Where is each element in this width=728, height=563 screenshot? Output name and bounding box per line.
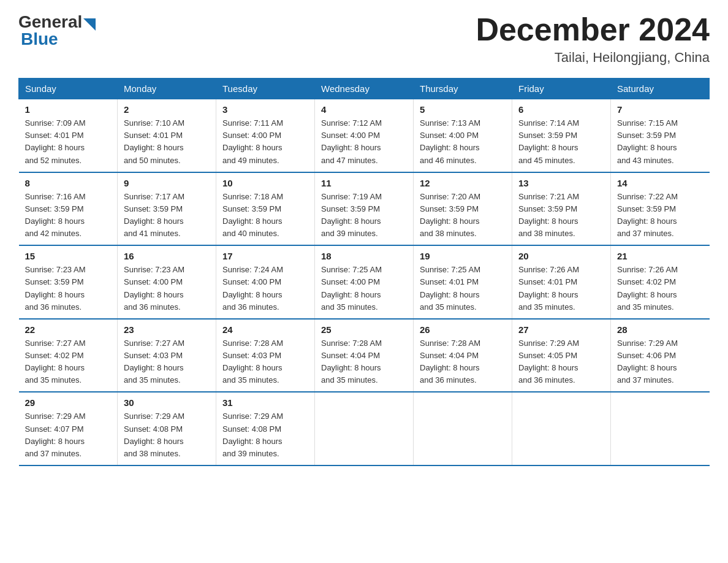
header-monday: Monday [118,79,216,99]
svg-marker-0 [83,18,96,31]
header-wednesday: Wednesday [315,79,414,99]
day-info: Sunrise: 7:27 AMSunset: 4:02 PMDaylight:… [25,339,86,385]
calendar-title-block: December 2024 Tailai, Heilongjiang, Chin… [476,12,710,66]
day-number: 12 [420,178,506,188]
header-saturday: Saturday [611,79,710,99]
day-number: 29 [25,397,112,408]
calendar-cell: 9 Sunrise: 7:17 AMSunset: 3:59 PMDayligh… [118,172,216,246]
calendar-week-row: 1 Sunrise: 7:09 AMSunset: 4:01 PMDayligh… [19,99,710,172]
calendar-cell: 16 Sunrise: 7:23 AMSunset: 4:00 PMDaylig… [118,245,216,319]
day-info: Sunrise: 7:12 AMSunset: 4:00 PMDaylight:… [321,118,382,164]
day-number: 2 [124,104,210,115]
calendar-cell: 30 Sunrise: 7:29 AMSunset: 4:08 PMDaylig… [118,392,216,465]
day-info: Sunrise: 7:10 AMSunset: 4:01 PMDaylight:… [124,118,184,164]
day-info: Sunrise: 7:16 AMSunset: 3:59 PMDaylight:… [25,192,86,238]
day-number: 28 [617,324,703,335]
logo: General Blue [18,12,96,49]
calendar-cell [315,392,414,465]
day-info: Sunrise: 7:29 AMSunset: 4:05 PMDaylight:… [518,339,579,385]
day-info: Sunrise: 7:21 AMSunset: 3:59 PMDaylight:… [518,192,579,238]
day-info: Sunrise: 7:28 AMSunset: 4:04 PMDaylight:… [420,339,480,385]
day-number: 3 [222,104,308,115]
calendar-cell: 7 Sunrise: 7:15 AMSunset: 3:59 PMDayligh… [611,99,710,172]
logo-blue-text: Blue [21,29,58,49]
day-info: Sunrise: 7:11 AMSunset: 4:00 PMDaylight:… [222,118,283,164]
day-info: Sunrise: 7:22 AMSunset: 3:59 PMDaylight:… [617,192,678,238]
calendar-table: Sunday Monday Tuesday Wednesday Thursday… [18,78,710,466]
calendar-cell: 4 Sunrise: 7:12 AMSunset: 4:00 PMDayligh… [315,99,414,172]
calendar-cell: 10 Sunrise: 7:18 AMSunset: 3:59 PMDaylig… [216,172,315,246]
calendar-cell: 17 Sunrise: 7:24 AMSunset: 4:00 PMDaylig… [216,245,315,319]
location-subtitle: Tailai, Heilongjiang, China [476,50,710,66]
calendar-cell: 2 Sunrise: 7:10 AMSunset: 4:01 PMDayligh… [118,99,216,172]
day-info: Sunrise: 7:24 AMSunset: 4:00 PMDaylight:… [222,265,283,311]
day-number: 17 [222,251,308,261]
calendar-week-row: 22 Sunrise: 7:27 AMSunset: 4:02 PMDaylig… [19,319,710,393]
day-info: Sunrise: 7:23 AMSunset: 3:59 PMDaylight:… [25,265,86,311]
day-number: 5 [420,104,506,115]
calendar-cell: 20 Sunrise: 7:26 AMSunset: 4:01 PMDaylig… [512,245,611,319]
logo-arrow-icon [83,18,96,31]
day-number: 9 [124,178,210,188]
day-info: Sunrise: 7:27 AMSunset: 4:03 PMDaylight:… [124,339,184,385]
day-info: Sunrise: 7:25 AMSunset: 4:01 PMDaylight:… [420,265,480,311]
calendar-cell [512,392,611,465]
day-info: Sunrise: 7:23 AMSunset: 4:00 PMDaylight:… [124,265,184,311]
day-number: 31 [222,397,308,408]
calendar-cell: 5 Sunrise: 7:13 AMSunset: 4:00 PMDayligh… [414,99,512,172]
day-number: 16 [124,251,210,261]
day-number: 15 [25,251,112,261]
day-number: 19 [420,251,506,261]
header-row: Sunday Monday Tuesday Wednesday Thursday… [19,79,710,99]
calendar-cell: 1 Sunrise: 7:09 AMSunset: 4:01 PMDayligh… [19,99,118,172]
calendar-week-row: 8 Sunrise: 7:16 AMSunset: 3:59 PMDayligh… [19,172,710,246]
day-info: Sunrise: 7:29 AMSunset: 4:07 PMDaylight:… [25,412,86,458]
calendar-header: Sunday Monday Tuesday Wednesday Thursday… [19,79,710,99]
month-year-title: December 2024 [476,12,710,47]
day-info: Sunrise: 7:19 AMSunset: 3:59 PMDaylight:… [321,192,382,238]
calendar-cell: 12 Sunrise: 7:20 AMSunset: 3:59 PMDaylig… [414,172,512,246]
calendar-cell: 11 Sunrise: 7:19 AMSunset: 3:59 PMDaylig… [315,172,414,246]
day-info: Sunrise: 7:28 AMSunset: 4:04 PMDaylight:… [321,339,382,385]
calendar-cell: 29 Sunrise: 7:29 AMSunset: 4:07 PMDaylig… [19,392,118,465]
day-number: 6 [518,104,604,115]
calendar-cell: 14 Sunrise: 7:22 AMSunset: 3:59 PMDaylig… [611,172,710,246]
calendar-cell: 6 Sunrise: 7:14 AMSunset: 3:59 PMDayligh… [512,99,611,172]
calendar-cell: 27 Sunrise: 7:29 AMSunset: 4:05 PMDaylig… [512,319,611,393]
day-info: Sunrise: 7:26 AMSunset: 4:02 PMDaylight:… [617,265,678,311]
calendar-cell: 26 Sunrise: 7:28 AMSunset: 4:04 PMDaylig… [414,319,512,393]
day-number: 21 [617,251,703,261]
calendar-cell: 24 Sunrise: 7:28 AMSunset: 4:03 PMDaylig… [216,319,315,393]
calendar-cell: 15 Sunrise: 7:23 AMSunset: 3:59 PMDaylig… [19,245,118,319]
day-info: Sunrise: 7:17 AMSunset: 3:59 PMDaylight:… [124,192,184,238]
calendar-cell: 31 Sunrise: 7:29 AMSunset: 4:08 PMDaylig… [216,392,315,465]
calendar-cell: 8 Sunrise: 7:16 AMSunset: 3:59 PMDayligh… [19,172,118,246]
day-number: 1 [25,104,112,115]
day-number: 11 [321,178,407,188]
day-info: Sunrise: 7:25 AMSunset: 4:00 PMDaylight:… [321,265,382,311]
calendar-body: 1 Sunrise: 7:09 AMSunset: 4:01 PMDayligh… [19,99,710,465]
calendar-cell [414,392,512,465]
day-info: Sunrise: 7:28 AMSunset: 4:03 PMDaylight:… [222,339,283,385]
day-number: 23 [124,324,210,335]
day-number: 22 [25,324,112,335]
day-info: Sunrise: 7:20 AMSunset: 3:59 PMDaylight:… [420,192,480,238]
day-number: 13 [518,178,604,188]
day-number: 14 [617,178,703,188]
calendar-cell: 28 Sunrise: 7:29 AMSunset: 4:06 PMDaylig… [611,319,710,393]
day-number: 20 [518,251,604,261]
calendar-cell: 25 Sunrise: 7:28 AMSunset: 4:04 PMDaylig… [315,319,414,393]
day-info: Sunrise: 7:09 AMSunset: 4:01 PMDaylight:… [25,118,86,164]
header-tuesday: Tuesday [216,79,315,99]
day-info: Sunrise: 7:26 AMSunset: 4:01 PMDaylight:… [518,265,579,311]
calendar-cell: 13 Sunrise: 7:21 AMSunset: 3:59 PMDaylig… [512,172,611,246]
day-info: Sunrise: 7:14 AMSunset: 3:59 PMDaylight:… [518,118,579,164]
day-number: 8 [25,178,112,188]
day-number: 26 [420,324,506,335]
day-info: Sunrise: 7:13 AMSunset: 4:00 PMDaylight:… [420,118,480,164]
day-number: 25 [321,324,407,335]
day-number: 27 [518,324,604,335]
day-number: 7 [617,104,703,115]
calendar-cell: 21 Sunrise: 7:26 AMSunset: 4:02 PMDaylig… [611,245,710,319]
day-info: Sunrise: 7:29 AMSunset: 4:06 PMDaylight:… [617,339,678,385]
